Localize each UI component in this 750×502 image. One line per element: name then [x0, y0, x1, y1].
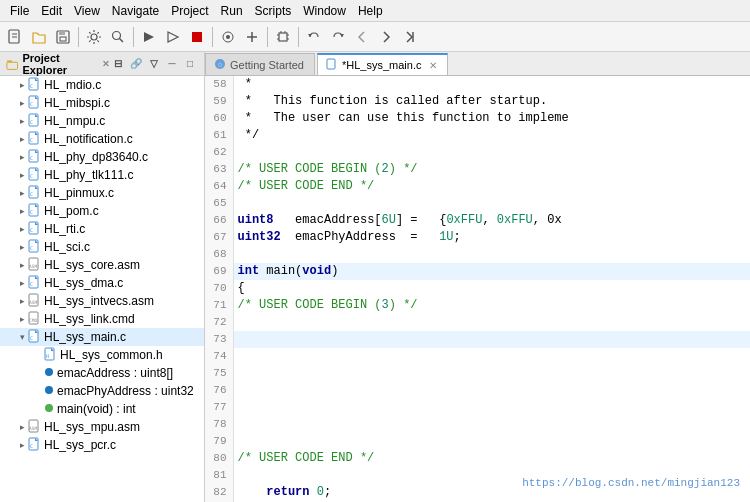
link-editor-button[interactable]: 🔗	[128, 56, 144, 72]
line-content[interactable]: return 0;	[233, 484, 750, 501]
maximize-button[interactable]: □	[182, 56, 198, 72]
line-content[interactable]: /* USER CODE END */	[233, 450, 750, 467]
tree-item[interactable]: ▸CMDHL_sys_link.cmd	[0, 310, 204, 328]
tree-item[interactable]: HHL_sys_common.h	[0, 346, 204, 364]
tree-item[interactable]: ▸CHL_pinmux.c	[0, 184, 204, 202]
tree-item[interactable]: ▸CHL_nmpu.c	[0, 112, 204, 130]
tree-toggle-icon: ▸	[16, 314, 28, 324]
line-number: 68	[205, 246, 233, 263]
tree-item[interactable]: ▸CHL_phy_tlk111.c	[0, 166, 204, 184]
line-content[interactable]: uint8 emacAddress[6U] = {0xFFU, 0xFFU, 0…	[233, 212, 750, 229]
chip-button[interactable]	[272, 26, 294, 48]
menu-help[interactable]: Help	[352, 2, 389, 20]
tree-item[interactable]: ▸ASMHL_sys_intvecs.asm	[0, 292, 204, 310]
line-content[interactable]	[233, 246, 750, 263]
line-number: 75	[205, 365, 233, 382]
back-button[interactable]	[351, 26, 373, 48]
minimize-button[interactable]: ─	[164, 56, 180, 72]
line-content[interactable]: {	[233, 280, 750, 297]
explorer-menu-button[interactable]: ▽	[146, 56, 162, 72]
forward-button[interactable]	[375, 26, 397, 48]
file-type-icon: C	[28, 131, 41, 147]
line-number: 77	[205, 399, 233, 416]
line-content[interactable]: /* USER CODE BEGIN (3) */	[233, 297, 750, 314]
stop-button[interactable]	[186, 26, 208, 48]
code-line: 72	[205, 314, 750, 331]
code-editor[interactable]: 58 *59 * This function is called after s…	[205, 76, 750, 502]
tree-item[interactable]: ▸ASMHL_sys_mpu.asm	[0, 418, 204, 436]
build-button[interactable]	[138, 26, 160, 48]
tree-item[interactable]: ▸CHL_sci.c	[0, 238, 204, 256]
menu-run[interactable]: Run	[215, 2, 249, 20]
code-line: 81	[205, 467, 750, 484]
tree-item[interactable]: emacAddress : uint8[]	[0, 364, 204, 382]
new-file-button[interactable]	[4, 26, 26, 48]
line-content[interactable]	[233, 348, 750, 365]
menu-view[interactable]: View	[68, 2, 106, 20]
collapse-all-button[interactable]: ⊟	[110, 56, 126, 72]
plus-button[interactable]	[241, 26, 263, 48]
line-content[interactable]: uint32 emacPhyAddress = 1U;	[233, 229, 750, 246]
tree-item[interactable]: ▸CHL_phy_dp83640.c	[0, 148, 204, 166]
undo-button[interactable]	[303, 26, 325, 48]
file-type-icon: C	[28, 275, 41, 291]
line-content[interactable]	[233, 433, 750, 450]
tree-item[interactable]: ▸CHL_mdio.c	[0, 76, 204, 94]
line-content[interactable]: *	[233, 76, 750, 93]
line-content[interactable]: * This function is called after startup.	[233, 93, 750, 110]
svg-rect-11	[192, 32, 202, 42]
line-content[interactable]	[233, 365, 750, 382]
line-content[interactable]: /* USER CODE END */	[233, 178, 750, 195]
line-content[interactable]	[233, 195, 750, 212]
line-content[interactable]	[233, 416, 750, 433]
tree-item[interactable]: ▸ASMHL_sys_core.asm	[0, 256, 204, 274]
settings-button[interactable]	[83, 26, 105, 48]
svg-line-8	[120, 38, 124, 42]
menu-edit[interactable]: Edit	[35, 2, 68, 20]
file-type-icon: C	[28, 149, 41, 165]
open-button[interactable]	[28, 26, 50, 48]
line-content[interactable]: int main(void)	[233, 263, 750, 280]
redo-button[interactable]	[327, 26, 349, 48]
tree-item[interactable]: emacPhyAddress : uint32	[0, 382, 204, 400]
tree-item[interactable]: ▸CHL_sys_dma.c	[0, 274, 204, 292]
forward2-button[interactable]	[399, 26, 421, 48]
tree-item[interactable]: ▸CHL_rti.c	[0, 220, 204, 238]
line-content[interactable]	[233, 467, 750, 484]
tree-item[interactable]: ▾CHL_sys_main.c	[0, 328, 204, 346]
tree-item[interactable]: ▸CHL_notification.c	[0, 130, 204, 148]
menu-navigate[interactable]: Navigate	[106, 2, 165, 20]
editor-tab[interactable]: ☆Getting Started	[205, 53, 315, 75]
line-number: 74	[205, 348, 233, 365]
editor-tab[interactable]: *HL_sys_main.c✕	[317, 53, 448, 75]
line-content[interactable]	[233, 331, 750, 348]
line-number: 80	[205, 450, 233, 467]
target-button[interactable]	[217, 26, 239, 48]
menu-file[interactable]: File	[4, 2, 35, 20]
file-type-icon: C	[28, 437, 41, 453]
code-line: 80/* USER CODE END */	[205, 450, 750, 467]
project-tree[interactable]: ▸CHL_mdio.c▸CHL_mibspi.c▸CHL_nmpu.c▸CHL_…	[0, 76, 204, 502]
tree-item[interactable]: ▸CHL_mibspi.c	[0, 94, 204, 112]
line-content[interactable]: */	[233, 127, 750, 144]
menu-window[interactable]: Window	[297, 2, 352, 20]
tree-item[interactable]: ▸CHL_sys_pcr.c	[0, 436, 204, 454]
save-button[interactable]	[52, 26, 74, 48]
line-content[interactable]: /* USER CODE BEGIN (2) */	[233, 161, 750, 178]
line-content[interactable]: * The user can use this function to impl…	[233, 110, 750, 127]
line-number: 60	[205, 110, 233, 127]
line-content[interactable]	[233, 144, 750, 161]
search-button[interactable]	[107, 26, 129, 48]
line-content[interactable]	[233, 314, 750, 331]
file-type-icon: C	[28, 95, 41, 111]
debug-button[interactable]	[162, 26, 184, 48]
tree-toggle-icon: ▸	[16, 134, 28, 144]
menu-scripts[interactable]: Scripts	[249, 2, 298, 20]
line-content[interactable]	[233, 382, 750, 399]
tree-item[interactable]: ▸CHL_pom.c	[0, 202, 204, 220]
tab-icon: ☆	[214, 58, 226, 72]
menu-project[interactable]: Project	[165, 2, 214, 20]
line-content[interactable]	[233, 399, 750, 416]
tree-item[interactable]: main(void) : int	[0, 400, 204, 418]
tab-close-button[interactable]: ✕	[429, 60, 437, 71]
